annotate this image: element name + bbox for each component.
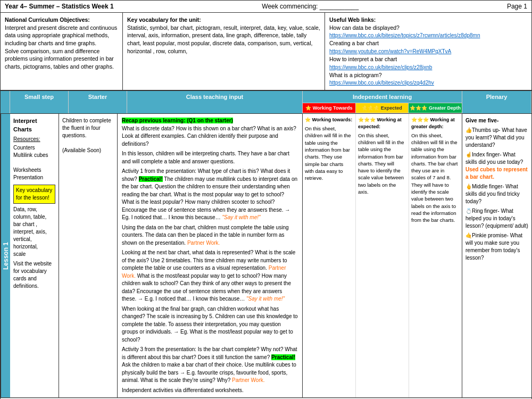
plenary-column: Give me five- 👍Thumbs up- What have you … — [462, 114, 531, 397]
para1-text: What is discrete data? How is this shown… — [122, 126, 296, 147]
teaching-para4: Using the data on the bar chart, childre… — [122, 224, 298, 247]
indep-cells: ⭐ Working towards: On this sheet, childr… — [303, 114, 462, 397]
week-commencing: Week commencing: ___________ — [262, 3, 359, 10]
plenary-heading: Give me five- — [466, 117, 528, 124]
data-list: Data, row, column, table, bar chart ,int… — [13, 206, 55, 258]
small-step-heading: Interpret Charts — [13, 117, 55, 134]
column-headers: Small step Starter Class teaching input … — [1, 91, 531, 114]
page-number: Page 1 — [507, 3, 527, 10]
resources-list: CountersMultilink cubesWorksheetsPresent… — [13, 144, 55, 181]
starter-text: Children to complete the fluent in four … — [62, 118, 111, 153]
link4-pre: What is a pictogram? — [329, 72, 382, 78]
towards-body: On this sheet, children will fill in the… — [305, 126, 351, 181]
resources-label: Resources: — [13, 136, 55, 143]
objectives-heading: National Curriculum Objectives: — [5, 16, 90, 23]
link4[interactable]: https://www.bbc.co.uk/bitesize/clips/zg4… — [329, 80, 434, 86]
vocab-heading: Key vocabulary for the unit: — [127, 16, 201, 23]
small-step-column: Interpret Charts Resources: CountersMult… — [10, 114, 59, 397]
greater-cell: ⭐⭐⭐ Working at greater depth: On this sh… — [409, 114, 462, 397]
plenary-thumb: 👍Thumbs up- What have you learnt? What d… — [466, 127, 528, 149]
teaching-para5: Looking at the next bar chart, what data… — [122, 249, 298, 303]
practical2-highlight: Practical! — [271, 354, 295, 360]
lesson-label: Lesson 1 — [1, 114, 10, 397]
used-text: Used cubes to represent a bar chart. — [466, 167, 528, 180]
main-content-row: Lesson 1 Interpret Charts Resources: Cou… — [1, 114, 531, 398]
expected-cell: ⭐⭐⭐ Working at expected: On this sheet, … — [356, 114, 409, 397]
col-plenary: Plenary — [462, 91, 531, 113]
starter-column: Children to complete the fluent in four … — [59, 114, 118, 397]
towards-cell: ⭐ Working towards: On this sheet, childr… — [303, 114, 356, 397]
key-vocab-box: Key vocabulary for the lesson! — [13, 185, 55, 204]
plenary-pinkie: 🤙Pinkie promise- What will you make sure… — [466, 232, 528, 262]
plenary-index: ☝Index finger- What skills did you use t… — [466, 151, 528, 181]
expected-stars: ⭐⭐⭐ Working at expected: — [358, 117, 406, 130]
links-cell: Useful Web links: How can data be displa… — [325, 13, 531, 90]
info-row: National Curriculum Objectives: Interpre… — [1, 13, 531, 91]
teaching-column: Recap previous learning: (Q1 on the star… — [118, 114, 303, 397]
col-small-step: Small step — [10, 91, 69, 113]
teaching-para1: Recap previous learning: (Q1 on the star… — [122, 117, 298, 148]
vocab-cell: Key vocabulary for the unit: Statistic, … — [123, 13, 325, 90]
teaching-para7: Activity 3 from the presentation: Is the… — [122, 346, 298, 385]
independent-column: ⭐ Working towards: On this sheet, childr… — [303, 114, 462, 397]
link2[interactable]: https://www.youtube.com/watch?v=ReW4MPqX… — [329, 48, 451, 54]
col-independent: Independent learning ⭐ Working Towards ⭐… — [303, 91, 462, 113]
links-heading: Useful Web links: — [329, 16, 376, 23]
towards-header: ⭐ Working Towards — [303, 103, 356, 113]
page-title: Year 4– Summer – Statistics Week 1 — [5, 3, 114, 10]
col-starter: Starter — [69, 91, 127, 113]
teaching-para6: When looking at the final bar graph, can… — [122, 305, 298, 344]
teaching-para3: Activity 1 from the presentation: What t… — [122, 168, 298, 222]
towards-stars: ⭐ Working towards: — [305, 117, 353, 123]
greater-body: On this sheet, children will fill in the… — [411, 132, 458, 223]
teaching-para2: In this lesson, children will be interpr… — [122, 150, 298, 165]
col-teaching: Class teaching input — [127, 91, 303, 113]
link3-pre: How to interpret a bar chart — [329, 56, 397, 62]
greater-header: ⭐⭐⭐ Greater Depth — [409, 103, 462, 113]
page: Year 4– Summer – Statistics Week 1 Week … — [0, 0, 532, 399]
greater-stars: ⭐⭐⭐ Working at greater depth: — [411, 117, 460, 130]
recap-highlight: Recap previous learning: (Q1 on the star… — [122, 118, 233, 123]
page-header: Year 4– Summer – Statistics Week 1 Week … — [1, 1, 531, 13]
objectives-body: Interpret and present discrete and conti… — [5, 24, 117, 70]
expected-header: ⭐⭐⭐ Expected — [356, 103, 409, 113]
objectives-cell: National Curriculum Objectives: Interpre… — [1, 13, 123, 90]
plenary-ring: 💍Ring finger- What helped you in today's… — [466, 207, 528, 230]
col-independent-label: Independent learning — [303, 91, 462, 103]
link1[interactable]: https://www.bbc.co.uk/bitesize/topics/z7… — [329, 32, 480, 38]
link3[interactable]: https://www.bbc.co.uk/bitesize/clips/z28… — [329, 64, 432, 70]
practical1-highlight: Practical! — [139, 176, 163, 182]
link2-pre: Creating a bar chart — [329, 40, 379, 46]
visit-text: Visit the website for vocabulary cards a… — [13, 260, 55, 290]
teaching-para8: Independent activities via differentiate… — [122, 387, 298, 395]
indep-sub-headers: ⭐ Working Towards ⭐⭐⭐ Expected ⭐⭐⭐ Great… — [303, 103, 462, 113]
link1-pre: How can data be displayed? — [329, 24, 400, 31]
vocab-body: Statistic, symbol, bar chart, pictogram,… — [127, 24, 320, 54]
expected-body: On this sheet, children will fill in the… — [358, 132, 404, 195]
plenary-middle: 🖕Middle finger- What skills did you find… — [466, 183, 528, 205]
